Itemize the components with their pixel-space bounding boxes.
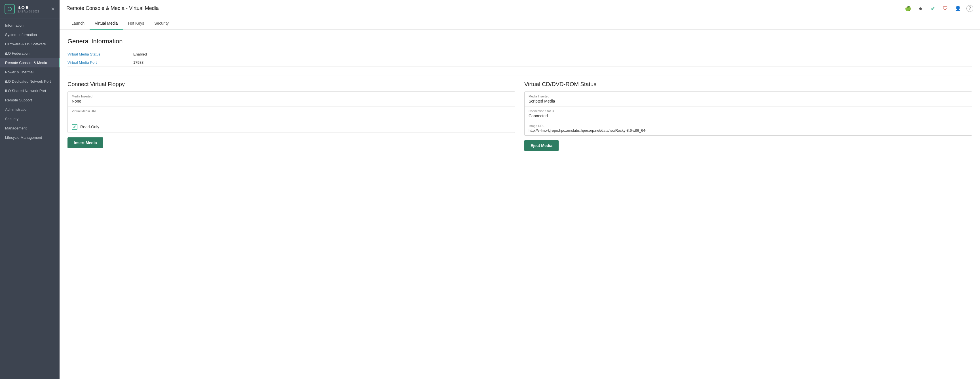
divider (67, 76, 972, 76)
cdrom-media-inserted-value: Scripted Media (528, 99, 968, 103)
sidebar-item-management[interactable]: Management (0, 124, 60, 133)
cdrom-box: Media Inserted Scripted Media Connection… (524, 92, 972, 136)
logo-text: iLO 5 2.42 Apr 05 2021 (18, 5, 39, 13)
floppy-panel: Connect Virtual Floppy Media Inserted No… (67, 81, 515, 151)
info-row-value: 17988 (133, 60, 143, 65)
sidebar-item-system-information[interactable]: System Information (0, 30, 60, 40)
floppy-title: Connect Virtual Floppy (67, 81, 515, 87)
shield-icon[interactable]: 🛡 (942, 5, 950, 13)
tab-hot-keys[interactable]: Hot Keys (123, 17, 149, 30)
ilo-logo-icon: ⬡ (5, 4, 15, 14)
tab-launch[interactable]: Launch (66, 17, 90, 30)
sidebar-nav: InformationSystem InformationFirmware & … (0, 18, 60, 144)
topbar: Remote Console & Media - Virtual Media 🍏… (60, 0, 980, 17)
record-icon[interactable]: ⏺ (916, 5, 924, 13)
sidebar-item-administration[interactable]: Administration (0, 105, 60, 114)
close-icon[interactable]: ✕ (51, 6, 55, 12)
checkmark-icon: ✔ (73, 125, 76, 129)
cdrom-connection-status-field: Connection Status Connected (525, 106, 972, 121)
tabs-bar: LaunchVirtual MediaHot KeysSecurity (60, 17, 980, 30)
cdrom-image-url-field: Image URL http://v-lmo-kjrepo.hpc.amslab… (525, 121, 972, 135)
general-info-title: General Information (67, 38, 972, 45)
sidebar-item-remote-console-media[interactable]: Remote Console & Media (0, 58, 60, 67)
general-info-table: Virtual Media StatusEnabledVirtual Media… (67, 50, 972, 67)
logo-subtitle: 2.42 Apr 05 2021 (18, 10, 39, 13)
sidebar-item-security[interactable]: Security (0, 114, 60, 124)
floppy-url-input[interactable] (72, 114, 511, 118)
floppy-media-inserted-value: None (72, 99, 511, 103)
sidebar-item-remote-support[interactable]: Remote Support (0, 95, 60, 105)
tab-security[interactable]: Security (149, 17, 174, 30)
user-icon[interactable]: 👤 (954, 5, 962, 13)
main-content: Remote Console & Media - Virtual Media 🍏… (60, 0, 980, 379)
insert-media-button[interactable]: Insert Media (67, 137, 103, 148)
apple-icon[interactable]: 🍏 (904, 5, 912, 13)
panels: Connect Virtual Floppy Media Inserted No… (67, 81, 972, 151)
read-only-label: Read-Only (80, 125, 99, 129)
topbar-icons: 🍏 ⏺ ✔ 🛡 👤 ? (904, 5, 973, 13)
info-row: Virtual Media Port17988 (67, 58, 972, 67)
cdrom-image-url-value: http://v-lmo-kjrepo.hpc.amslabs.hpecorp.… (528, 128, 968, 133)
info-row-value: Enabled (133, 52, 147, 56)
floppy-url-field: Virtual Media URL (68, 106, 515, 121)
cdrom-media-inserted-label: Media Inserted (528, 95, 968, 98)
sidebar-logo: ⬡ iLO 5 2.42 Apr 05 2021 (5, 4, 39, 14)
tab-virtual-media[interactable]: Virtual Media (90, 17, 123, 30)
page-content: General Information Virtual Media Status… (60, 30, 980, 379)
floppy-box: Media Inserted None Virtual Media URL ✔ … (67, 92, 515, 133)
sidebar-item-information[interactable]: Information (0, 21, 60, 30)
cdrom-connection-status-value: Connected (528, 114, 968, 118)
info-row-label[interactable]: Virtual Media Status (67, 52, 100, 56)
sidebar: ⬡ iLO 5 2.42 Apr 05 2021 ✕ InformationSy… (0, 0, 60, 379)
cdrom-image-url-label: Image URL (528, 124, 968, 127)
read-only-checkbox[interactable]: ✔ (72, 124, 77, 130)
cdrom-connection-status-label: Connection Status (528, 109, 968, 113)
cdrom-media-inserted-field: Media Inserted Scripted Media (525, 92, 972, 106)
sidebar-item-lifecycle-management[interactable]: Lifecycle Management (0, 133, 60, 142)
info-row-label[interactable]: Virtual Media Port (67, 60, 97, 65)
sidebar-item-firmware-os-software[interactable]: Firmware & OS Software (0, 40, 60, 49)
sidebar-item-ilo-federation[interactable]: iLO Federation (0, 49, 60, 58)
logo-title: iLO 5 (18, 5, 39, 10)
cdrom-title: Virtual CD/DVD-ROM Status (524, 81, 972, 87)
cdrom-panel: Virtual CD/DVD-ROM Status Media Inserted… (524, 81, 972, 151)
floppy-media-inserted-field: Media Inserted None (68, 92, 515, 106)
sidebar-item-ilo-dedicated-network-port[interactable]: iLO Dedicated Network Port (0, 77, 60, 86)
check-circle-icon[interactable]: ✔ (929, 5, 937, 13)
help-icon[interactable]: ? (966, 5, 973, 12)
sidebar-item-power-thermal[interactable]: Power & Thermal (0, 67, 60, 77)
floppy-media-inserted-label: Media Inserted (72, 95, 511, 98)
floppy-readonly-field: ✔ Read-Only (68, 121, 515, 133)
floppy-url-label: Virtual Media URL (72, 109, 511, 113)
info-row: Virtual Media StatusEnabled (67, 50, 972, 58)
eject-media-button[interactable]: Eject Media (524, 140, 558, 151)
sidebar-header: ⬡ iLO 5 2.42 Apr 05 2021 ✕ (0, 0, 60, 18)
page-title: Remote Console & Media - Virtual Media (66, 5, 159, 11)
sidebar-item-ilo-shared-network-port[interactable]: iLO Shared Network Port (0, 86, 60, 95)
